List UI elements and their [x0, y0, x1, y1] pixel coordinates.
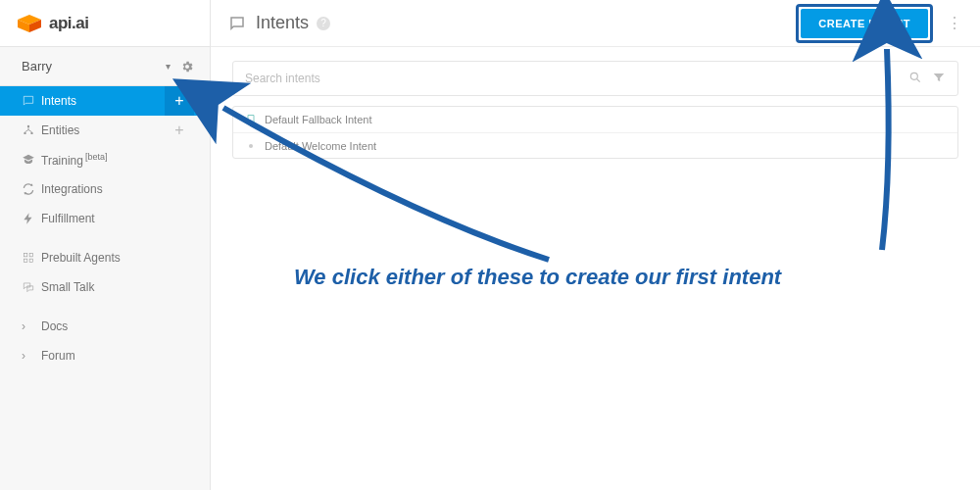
- svg-rect-9: [29, 259, 33, 263]
- svg-rect-8: [24, 259, 27, 263]
- nav-label: Prebuilt Agents: [41, 251, 121, 265]
- create-intent-button[interactable]: CREATE INTENT: [801, 9, 928, 38]
- chat-bubbles-icon: [22, 280, 41, 294]
- nav-label: Intents: [41, 94, 76, 108]
- page-header: Intents ? CREATE INTENT ⋮: [211, 0, 980, 47]
- filter-icon[interactable]: [932, 71, 946, 87]
- help-icon[interactable]: ?: [317, 17, 330, 30]
- nav-label: Training[beta]: [41, 152, 107, 168]
- gradcap-icon: [22, 153, 41, 167]
- sidebar-item-integrations[interactable]: Integrations: [0, 174, 210, 204]
- caret-down-icon: ▾: [166, 61, 171, 72]
- sidebar-item-prebuilt[interactable]: Prebuilt Agents: [0, 243, 210, 272]
- sidebar-item-entities[interactable]: Entities +: [0, 116, 210, 145]
- nav-label: Small Talk: [41, 280, 94, 294]
- page-title: Intents: [256, 13, 309, 33]
- svg-rect-6: [24, 253, 27, 257]
- svg-line-11: [917, 78, 920, 81]
- sidebar-item-smalltalk[interactable]: Small Talk: [0, 272, 210, 302]
- sidebar-item-docs[interactable]: › Docs: [0, 312, 210, 341]
- annotation-ring: CREATE INTENT: [796, 4, 933, 43]
- sidebar: api.ai Barry ▾ Intents +: [0, 0, 211, 490]
- svg-point-5: [30, 132, 32, 134]
- chevron-right-icon: ›: [22, 349, 41, 363]
- bolt-icon: [22, 212, 41, 225]
- bookmark-icon: [245, 114, 265, 125]
- dot-icon: [245, 140, 265, 152]
- agent-name: Barry: [22, 59, 52, 74]
- nav-label: Entities: [41, 123, 79, 137]
- add-intent-button[interactable]: +: [165, 86, 194, 116]
- nav-label: Forum: [41, 349, 75, 363]
- nav-label: Fulfillment: [41, 212, 95, 225]
- intent-name: Default Welcome Intent: [265, 140, 376, 152]
- intent-name: Default Fallback Intent: [265, 114, 371, 125]
- svg-point-3: [27, 125, 29, 127]
- brand-logo[interactable]: api.ai: [0, 0, 210, 47]
- gear-icon[interactable]: [180, 60, 194, 74]
- box-icon: [18, 15, 41, 32]
- nav-label: Integrations: [41, 182, 103, 196]
- sidebar-item-forum[interactable]: › Forum: [0, 341, 210, 370]
- sync-icon: [22, 182, 41, 196]
- chat-icon: [22, 94, 41, 108]
- sidebar-item-fulfillment[interactable]: Fulfillment: [0, 204, 210, 233]
- svg-point-10: [910, 73, 917, 79]
- intent-list: Default Fallback Intent Default Welcome …: [232, 106, 958, 159]
- hierarchy-icon: [22, 123, 41, 137]
- intent-row[interactable]: Default Fallback Intent: [233, 107, 957, 132]
- grid-icon: [22, 251, 41, 265]
- chevron-right-icon: ›: [22, 319, 41, 333]
- main: Intents ? CREATE INTENT ⋮: [211, 0, 980, 490]
- nav: Intents + Entities + Training[beta]: [0, 86, 210, 370]
- search-icon[interactable]: [908, 71, 922, 87]
- nav-label: Docs: [41, 319, 68, 333]
- svg-point-4: [24, 132, 25, 134]
- intent-row[interactable]: Default Welcome Intent: [233, 132, 957, 158]
- agent-selector[interactable]: Barry ▾: [0, 47, 210, 86]
- content-area: Default Fallback Intent Default Welcome …: [211, 47, 980, 490]
- kebab-menu[interactable]: ⋮: [947, 14, 962, 32]
- brand-text: api.ai: [49, 14, 88, 33]
- svg-rect-7: [29, 253, 33, 257]
- svg-point-12: [249, 144, 253, 148]
- add-entity-button[interactable]: +: [165, 116, 194, 145]
- sidebar-item-training[interactable]: Training[beta]: [0, 145, 210, 174]
- search-input[interactable]: [245, 72, 908, 85]
- search-box[interactable]: [232, 61, 958, 96]
- sidebar-item-intents[interactable]: Intents +: [0, 86, 210, 116]
- chat-icon: [228, 15, 246, 32]
